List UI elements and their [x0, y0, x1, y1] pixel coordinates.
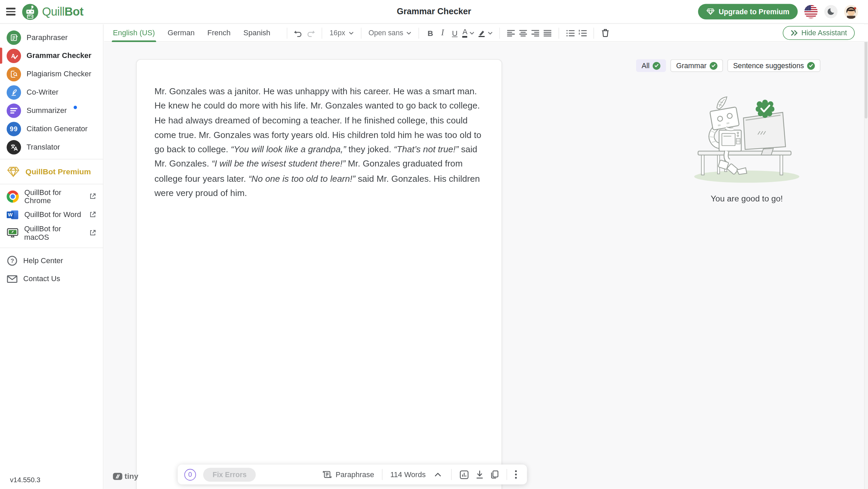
clear-delete-button[interactable] — [599, 26, 611, 40]
numbered-list-button[interactable] — [576, 26, 589, 40]
page-scrollbar[interactable] — [864, 0, 868, 489]
bold-button[interactable]: B — [424, 26, 436, 40]
plagiarism-checker-icon — [7, 67, 21, 81]
sidebar-item-label: Co-Writer — [26, 88, 58, 96]
extension-label: QuillBot for Chrome — [24, 188, 84, 204]
dark-mode-toggle[interactable] — [824, 5, 837, 18]
extension-label: QuillBot for macOS — [24, 224, 84, 241]
sidebar-item-paraphraser[interactable]: Paraphraser — [0, 28, 103, 46]
sidebar-item-grammar-checker[interactable]: A Grammar Checker — [0, 46, 103, 65]
sidebar-item-contact-us[interactable]: Contact Us — [0, 270, 103, 288]
word-icon: W — [7, 209, 19, 220]
redo-button[interactable] — [305, 26, 317, 40]
tiny-logo-icon — [113, 472, 122, 480]
italic-button[interactable]: I — [436, 26, 449, 40]
editor-paragraph[interactable]: Mr. Gonzales was a janitor. He was unhap… — [137, 60, 501, 200]
page-title: Grammar Checker — [397, 7, 471, 17]
new-feature-badge — [74, 106, 77, 109]
language-flag-us[interactable] — [804, 5, 817, 18]
sidebar-divider — [0, 248, 103, 248]
more-options-button[interactable] — [512, 470, 520, 479]
editor-card[interactable]: Mr. Gonzales was a janitor. He was unhap… — [136, 59, 502, 489]
highlight-color-button[interactable] — [476, 26, 495, 40]
toolbar-divider — [499, 27, 500, 39]
sidebar-item-citation-generator[interactable]: 99 Citation Generator — [0, 120, 103, 138]
sidebar-item-help-center[interactable]: ? Help Center — [0, 251, 103, 270]
text-color-button[interactable]: A — [461, 26, 476, 40]
premium-diamond-icon — [7, 166, 20, 177]
bullet-list-button[interactable] — [564, 26, 576, 40]
chevron-down-icon — [349, 31, 354, 35]
sidebar-item-label: Summarizer — [26, 106, 67, 114]
word-count[interactable]: 114 Words — [387, 470, 429, 478]
hide-assistant-button[interactable]: Hide Assistant — [783, 26, 855, 40]
align-left-button[interactable] — [505, 26, 517, 40]
highlighter-icon — [478, 29, 486, 37]
fix-errors-button[interactable]: Fix Errors — [203, 468, 256, 482]
sidebar-item-label: Paraphraser — [26, 33, 67, 41]
bottom-bar-divider — [451, 469, 452, 480]
font-size-dropdown[interactable]: 16px — [328, 29, 356, 37]
font-family-dropdown[interactable]: Open sans — [366, 29, 414, 37]
chevron-up-icon — [435, 472, 441, 476]
chevron-down-icon — [407, 31, 412, 35]
sidebar-item-translator[interactable]: Translator — [0, 138, 103, 156]
assistant-panel: All Grammar Sentence suggestions — [629, 43, 864, 489]
sidebar-item-co-writer[interactable]: Co-Writer — [0, 83, 103, 101]
sidebar-item-quillbot-for-word[interactable]: W QuillBot for Word — [0, 206, 103, 224]
macos-icon — [7, 227, 19, 238]
chip-sentence-suggestions[interactable]: Sentence suggestions — [728, 59, 821, 72]
mail-icon — [7, 274, 18, 283]
toolbar-divider — [594, 27, 594, 39]
check-icon — [710, 62, 718, 70]
upgrade-to-premium-button[interactable]: Upgrade to Premium — [698, 4, 798, 19]
summarizer-icon — [7, 103, 21, 117]
stats-icon — [459, 470, 469, 479]
toolbar-divider — [287, 27, 288, 39]
copy-button[interactable] — [487, 470, 502, 479]
sidebar-item-plagiarism-checker[interactable]: Plagiarism Checker — [0, 65, 103, 83]
main-content: Mr. Gonzales was a janitor. He was unhap… — [104, 43, 864, 489]
translator-icon — [7, 140, 21, 154]
sidebar-item-quillbot-for-macos[interactable]: QuillBot for macOS — [0, 224, 103, 242]
collapse-chevron-button[interactable] — [429, 472, 447, 476]
sidebar-item-summarizer[interactable]: Summarizer — [0, 101, 103, 120]
language-tab-german[interactable]: German — [166, 24, 196, 42]
export-button[interactable] — [472, 470, 487, 479]
external-link-icon — [90, 193, 96, 199]
statistics-button[interactable] — [456, 470, 472, 479]
toolbar-divider — [322, 27, 322, 39]
grammar-checker-icon: A — [7, 48, 21, 63]
align-center-button[interactable] — [517, 26, 530, 40]
align-justify-button[interactable] — [542, 26, 554, 40]
help-icon: ? — [7, 255, 18, 266]
language-tab-spanish[interactable]: Spanish — [242, 24, 271, 42]
user-avatar[interactable] — [844, 5, 858, 19]
language-tab-english-us[interactable]: English (US) — [112, 24, 156, 42]
language-tab-french[interactable]: French — [206, 24, 232, 42]
robot-at-desk-illustration — [692, 96, 801, 187]
sidebar-item-label: Plagiarism Checker — [26, 70, 91, 78]
paraphrase-button[interactable]: Paraphrase — [319, 470, 377, 479]
chip-grammar[interactable]: Grammar — [671, 59, 723, 72]
kebab-menu-icon — [515, 470, 517, 479]
align-right-button[interactable] — [530, 26, 542, 40]
header-actions: Upgrade to Premium — [698, 4, 868, 19]
sidebar-item-quillbot-for-chrome[interactable]: QuillBot for Chrome — [0, 187, 103, 206]
sidebar-item-label: Grammar Checker — [26, 52, 91, 60]
chip-all[interactable]: All — [636, 59, 666, 72]
error-count-badge: 0 — [184, 469, 196, 480]
check-icon — [653, 62, 661, 70]
citation-generator-icon: 99 — [7, 121, 21, 136]
chevron-down-icon — [470, 31, 475, 35]
quillbot-logo[interactable]: QuillBot — [22, 4, 83, 20]
suggestion-filter-chips: All Grammar Sentence suggestions — [636, 59, 821, 72]
external-link-icon — [90, 230, 96, 236]
underline-button[interactable]: U — [449, 26, 461, 40]
tinymce-attribution[interactable]: tiny — [113, 472, 138, 481]
hamburger-menu-icon[interactable] — [0, 0, 21, 23]
diamond-icon — [706, 8, 714, 15]
sidebar-item-quillbot-premium[interactable]: QuillBot Premium — [0, 162, 103, 181]
co-writer-icon — [7, 85, 21, 99]
undo-button[interactable] — [293, 26, 305, 40]
